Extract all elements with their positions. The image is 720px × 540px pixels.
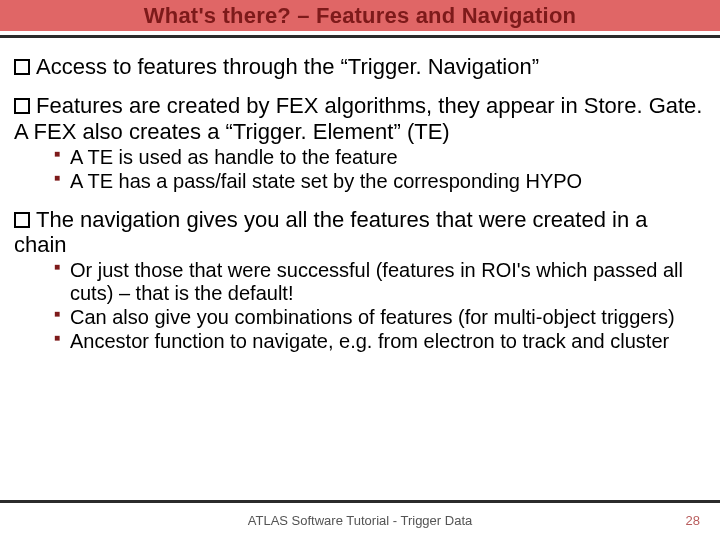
bullet-item: The navigation gives you all the feature… [14, 207, 706, 258]
slide: What's there? – Features and Navigation … [0, 0, 720, 540]
sub-list: A TE is used as handle to the feature A … [14, 146, 706, 193]
sub-bullet: A TE has a pass/fail state set by the co… [54, 170, 706, 193]
sub-bullet: Ancestor function to navigate, e.g. from… [54, 330, 706, 353]
sub-list: Or just those that were successful (feat… [14, 259, 706, 353]
slide-content: Access to features through the “Trigger.… [0, 38, 720, 353]
sub-bullet: Or just those that were successful (feat… [54, 259, 706, 305]
footer-center-text: ATLAS Software Tutorial - Trigger Data [60, 513, 660, 528]
footer-left-spacer [20, 513, 60, 528]
bullet-text: Features are created by FEX algorithms, … [14, 93, 702, 143]
page-number: 28 [660, 513, 700, 528]
sub-bullet: Can also give you combinations of featur… [54, 306, 706, 329]
bullet-item: Access to features through the “Trigger.… [14, 54, 706, 79]
footer-row: ATLAS Software Tutorial - Trigger Data 2… [0, 513, 720, 528]
divider-bottom [0, 500, 720, 503]
checkbox-icon [14, 98, 30, 114]
bullet-text: The navigation gives you all the feature… [14, 207, 647, 257]
bullet-item: Features are created by FEX algorithms, … [14, 93, 706, 144]
footer: ATLAS Software Tutorial - Trigger Data 2… [0, 500, 720, 528]
checkbox-icon [14, 59, 30, 75]
sub-bullet: A TE is used as handle to the feature [54, 146, 706, 169]
slide-title: What's there? – Features and Navigation [0, 0, 720, 31]
bullet-text: Access to features through the “Trigger.… [36, 54, 539, 79]
checkbox-icon [14, 212, 30, 228]
